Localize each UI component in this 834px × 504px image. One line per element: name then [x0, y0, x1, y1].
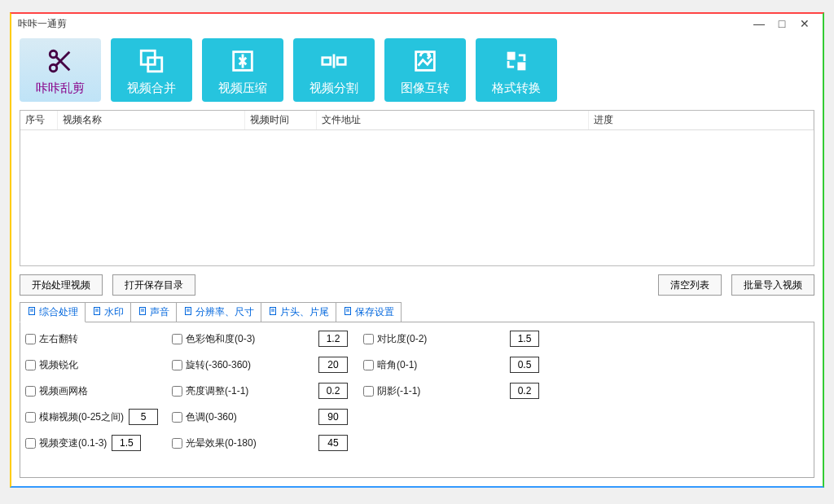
doc-icon — [343, 306, 353, 318]
chk-shadow[interactable]: 阴影(-1-1) — [363, 384, 510, 398]
settings-panel: 左右翻转 色彩饱和度(0-3) 对比度(0-2) 视频锐化 旋转(-360-36… — [20, 322, 814, 478]
tool-video-merge[interactable]: 视频合并 — [111, 38, 192, 102]
doc-icon — [27, 306, 37, 318]
scissors-icon — [46, 45, 74, 77]
tool-label: 格式转换 — [492, 81, 541, 96]
clear-list-button[interactable]: 清空列表 — [658, 274, 722, 296]
chk-brightness[interactable]: 亮度调整(-1-1) — [172, 384, 318, 398]
chk-contrast[interactable]: 对比度(0-2) — [363, 332, 510, 346]
input-vignette[interactable] — [510, 357, 539, 373]
input-speed[interactable] — [112, 435, 141, 451]
video-table: 序号 视频名称 视频时间 文件地址 进度 — [20, 110, 814, 266]
input-saturation[interactable] — [318, 331, 348, 347]
minimize-button[interactable]: — — [748, 17, 770, 30]
input-rotate[interactable] — [318, 357, 348, 373]
input-contrast[interactable] — [510, 331, 539, 347]
doc-icon — [92, 306, 102, 318]
chk-blur[interactable]: 模糊视频(0-25之间) — [25, 410, 124, 424]
main-toolbar: 咔咔乱剪 视频合并 视频压缩 视频分割 图像互转 格式转换 — [11, 33, 823, 107]
col-path[interactable]: 文件地址 — [317, 111, 589, 129]
close-button[interactable]: ✕ — [793, 17, 816, 30]
svg-point-0 — [50, 50, 57, 58]
titlebar: 咔咔一通剪 — □ ✕ — [11, 14, 823, 33]
merge-icon — [138, 45, 165, 77]
open-save-dir-button[interactable]: 打开保存目录 — [112, 274, 195, 296]
tool-video-compress[interactable]: 视频压缩 — [202, 38, 283, 102]
chk-grid[interactable]: 视频画网格 — [25, 384, 172, 398]
tab-resolution[interactable]: 分辨率、尺寸 — [176, 302, 261, 322]
split-icon — [320, 45, 348, 77]
action-row: 开始处理视频 打开保存目录 清空列表 批量导入视频 — [11, 271, 823, 300]
batch-import-button[interactable]: 批量导入视频 — [731, 274, 814, 296]
svg-rect-10 — [337, 57, 345, 64]
app-window: 咔咔一通剪 — □ ✕ 咔咔乱剪 视频合并 视频压缩 视频分割 图像互转 格式转… — [10, 12, 824, 488]
doc-icon — [183, 306, 193, 318]
doc-icon — [268, 306, 278, 318]
convert-icon — [503, 45, 530, 77]
maximize-button[interactable]: □ — [770, 17, 793, 30]
input-halo[interactable] — [318, 435, 348, 451]
table-body — [20, 130, 814, 265]
chk-flip-horizontal[interactable]: 左右翻转 — [25, 332, 172, 346]
tool-label: 咔咔乱剪 — [36, 81, 85, 96]
input-hue[interactable] — [318, 409, 348, 425]
input-shadow[interactable] — [510, 383, 539, 399]
svg-rect-13 — [507, 51, 516, 59]
tool-label: 图像互转 — [401, 81, 450, 96]
doc-icon — [138, 306, 147, 318]
tool-random-cut[interactable]: 咔咔乱剪 — [20, 38, 101, 102]
tab-save-settings[interactable]: 保存设置 — [336, 302, 402, 322]
col-name[interactable]: 视频名称 — [58, 111, 245, 129]
tool-format-convert[interactable]: 格式转换 — [476, 38, 557, 102]
tool-image-convert[interactable]: 图像互转 — [384, 38, 466, 102]
col-duration[interactable]: 视频时间 — [245, 111, 317, 129]
svg-rect-14 — [517, 62, 525, 70]
input-brightness[interactable] — [318, 383, 348, 399]
chk-vignette[interactable]: 暗角(0-1) — [363, 358, 510, 372]
compress-icon — [229, 45, 257, 77]
svg-rect-9 — [323, 57, 331, 64]
settings-tabs: 综合处理 水印 声音 分辨率、尺寸 片头、片尾 保存设置 — [11, 302, 823, 322]
tab-audio[interactable]: 声音 — [130, 302, 177, 322]
chk-rotate[interactable]: 旋转(-360-360) — [172, 358, 318, 372]
tab-watermark[interactable]: 水印 — [85, 302, 131, 322]
tab-general[interactable]: 综合处理 — [20, 302, 86, 322]
col-index[interactable]: 序号 — [20, 111, 58, 129]
chk-speed[interactable]: 视频变速(0.1-3) — [25, 436, 107, 450]
tool-label: 视频压缩 — [218, 81, 267, 96]
tool-label: 视频合并 — [127, 81, 176, 96]
tool-label: 视频分割 — [309, 81, 358, 96]
window-title: 咔咔一通剪 — [18, 17, 67, 31]
start-process-button[interactable]: 开始处理视频 — [20, 274, 103, 296]
input-blur[interactable] — [129, 409, 158, 425]
table-header: 序号 视频名称 视频时间 文件地址 进度 — [20, 111, 814, 130]
chk-saturation[interactable]: 色彩饱和度(0-3) — [172, 332, 318, 346]
col-progress[interactable]: 进度 — [589, 111, 814, 129]
chk-hue[interactable]: 色调(0-360) — [172, 410, 318, 424]
chk-halo[interactable]: 光晕效果(0-180) — [172, 436, 318, 450]
chk-sharpen[interactable]: 视频锐化 — [25, 358, 172, 372]
tab-intro-outro[interactable]: 片头、片尾 — [261, 302, 336, 322]
image-swap-icon — [411, 45, 439, 77]
svg-point-1 — [50, 64, 57, 72]
tool-video-split[interactable]: 视频分割 — [293, 38, 375, 102]
